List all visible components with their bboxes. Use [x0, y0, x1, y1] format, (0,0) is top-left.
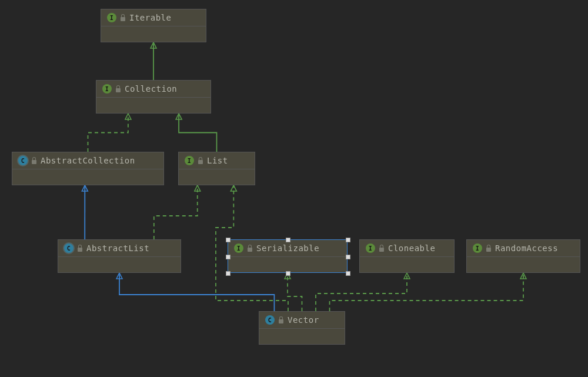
- node-body: [360, 257, 454, 272]
- diagram-edge: [154, 185, 198, 239]
- interface-icon: I: [185, 156, 194, 165]
- selection-handle[interactable]: [286, 238, 290, 242]
- abstract-class-icon: C: [18, 156, 28, 165]
- node-header: I List: [179, 152, 255, 169]
- node-header: I Serializable: [228, 240, 347, 257]
- selection-handle[interactable]: [346, 255, 350, 259]
- node-collection[interactable]: I Collection: [96, 80, 211, 114]
- node-header: C AbstractCollection: [12, 152, 163, 169]
- interface-icon: I: [234, 243, 243, 253]
- node-random-access[interactable]: I RandomAccess: [466, 239, 580, 273]
- node-label: RandomAccess: [495, 243, 558, 253]
- lock-icon: [278, 316, 284, 323]
- node-header: I Collection: [96, 81, 211, 98]
- node-label: Iterable: [129, 13, 171, 22]
- interface-icon: I: [366, 243, 375, 253]
- diagram-canvas[interactable]: I Iterable I Collection C AbstractCollec…: [0, 0, 588, 377]
- diagram-edge: [330, 273, 523, 311]
- diagram-edge: [288, 273, 302, 311]
- diagram-edge: [119, 273, 274, 311]
- class-icon: C: [265, 315, 275, 325]
- node-label: List: [207, 156, 228, 165]
- node-body: [259, 329, 345, 344]
- diagram-edge: [179, 114, 216, 152]
- selection-handle[interactable]: [226, 238, 230, 242]
- node-abstract-list[interactable]: C AbstractList: [58, 239, 181, 273]
- lock-icon: [120, 14, 126, 21]
- node-label: Serializable: [256, 243, 319, 253]
- node-body: [96, 98, 211, 113]
- node-label: Vector: [288, 315, 319, 325]
- node-header: C AbstractList: [58, 240, 181, 257]
- node-header: I Iterable: [101, 9, 206, 26]
- selection-handle[interactable]: [346, 271, 350, 276]
- node-serializable[interactable]: I Serializable: [228, 239, 348, 273]
- node-body: [101, 26, 206, 42]
- diagram-edge: [316, 273, 407, 311]
- lock-icon: [247, 245, 253, 252]
- node-body: [58, 257, 181, 272]
- interface-icon: I: [473, 243, 482, 253]
- node-body: [12, 169, 163, 185]
- node-label: AbstractCollection: [41, 156, 135, 165]
- node-body: [179, 169, 255, 185]
- node-list[interactable]: I List: [178, 152, 255, 185]
- node-label: AbstractList: [86, 243, 149, 253]
- node-label: Cloneable: [388, 243, 435, 253]
- lock-icon: [379, 245, 385, 252]
- node-iterable[interactable]: I Iterable: [101, 9, 206, 42]
- abstract-class-icon: C: [64, 243, 74, 253]
- node-header: C Vector: [259, 312, 345, 329]
- node-cloneable[interactable]: I Cloneable: [359, 239, 455, 273]
- node-label: Collection: [125, 84, 177, 94]
- selection-handle[interactable]: [346, 238, 350, 242]
- node-body: [228, 257, 347, 272]
- diagram-edge: [88, 114, 128, 152]
- lock-icon: [115, 85, 121, 92]
- node-abstract-collection[interactable]: C AbstractCollection: [12, 152, 164, 185]
- interface-icon: I: [102, 84, 112, 94]
- selection-handle[interactable]: [226, 271, 230, 276]
- interface-icon: I: [107, 13, 116, 22]
- node-vector[interactable]: C Vector: [259, 311, 345, 345]
- lock-icon: [486, 245, 492, 252]
- node-body: [467, 257, 580, 272]
- node-header: I RandomAccess: [467, 240, 580, 257]
- selection-handle[interactable]: [286, 271, 290, 276]
- selection-handle[interactable]: [226, 255, 230, 259]
- node-header: I Cloneable: [360, 240, 454, 257]
- lock-icon: [198, 157, 203, 164]
- lock-icon: [31, 157, 37, 164]
- lock-icon: [77, 245, 83, 252]
